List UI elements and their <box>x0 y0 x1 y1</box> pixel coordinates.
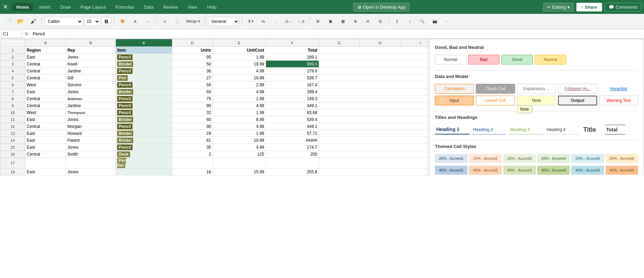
style-hyperlink[interactable]: Hyperlink <box>599 84 638 94</box>
accent6-20[interactable]: 20% - Accent6 <box>606 154 638 163</box>
comma-btn[interactable]: , <box>270 18 281 25</box>
style-calculation[interactable]: Calculation <box>435 84 474 94</box>
col-D[interactable]: D <box>172 39 213 47</box>
cell-D-header[interactable]: Units <box>172 47 213 54</box>
font-select[interactable]: Calibri <box>45 17 83 26</box>
style-input[interactable]: Input <box>435 96 474 105</box>
style-heading4[interactable]: Heading 4 <box>545 125 580 134</box>
autosum-btn[interactable]: Σ <box>392 18 403 25</box>
align-btn[interactable]: ≡ <box>159 18 170 25</box>
review-tab[interactable]: Review <box>160 3 182 11</box>
more-btn[interactable]: ··· <box>142 18 153 25</box>
note-tooltip: Note <box>517 105 532 113</box>
style-warning-text[interactable]: Warning Text <box>599 96 638 105</box>
style-checkcell[interactable]: Check Cell <box>476 84 515 94</box>
accent1-20[interactable]: 20% - Accent1 <box>435 154 467 163</box>
cell-styles-btn[interactable]: ▦ <box>337 18 349 25</box>
note-wrapper: Note Note <box>517 96 556 105</box>
format-painter-btn[interactable]: 🖌 <box>28 18 39 25</box>
accent6-40[interactable]: 40% - Accent6 <box>606 166 638 175</box>
view-tab[interactable]: View <box>184 3 201 11</box>
accent3-40[interactable]: 40% - Accent3 <box>503 166 536 175</box>
th-styles: Heading 1 Heading 2 Heading 3 Heading 4 … <box>435 125 638 134</box>
title-bar-left: ✕ Home Insert Draw Page Layout Formulas … <box>3 3 220 11</box>
cell-reference[interactable] <box>1 30 22 38</box>
desktop-icon: 🖥 <box>357 5 362 10</box>
accent5-20[interactable]: 20% - Accent5 <box>571 154 604 163</box>
style-output[interactable]: Output <box>558 96 597 105</box>
col-B[interactable]: B <box>66 39 116 47</box>
col-F[interactable]: F <box>266 39 319 47</box>
wrap-btn[interactable]: ⬚ <box>172 18 183 25</box>
style-explanatory[interactable]: Explanatory ... <box>517 84 556 94</box>
find-btn[interactable]: 🔍 <box>417 18 428 25</box>
style-note[interactable]: Note <box>517 96 556 105</box>
col-A[interactable]: A <box>25 39 66 47</box>
style-bad[interactable]: Bad <box>468 55 499 64</box>
title-bar-center: 🖥 Open in Desktop App <box>353 3 410 11</box>
editing-btn[interactable]: ✏ Editing ▾ <box>543 3 574 11</box>
style-total[interactable]: Total <box>605 125 626 134</box>
comments-button[interactable]: 💬 Comments <box>605 3 641 11</box>
number-format-select[interactable]: General <box>208 17 239 26</box>
currency-btn[interactable]: $ ▾ <box>245 18 256 25</box>
home-tab[interactable]: Home <box>12 3 33 11</box>
sort-filter-btn[interactable]: ↕ <box>404 18 415 25</box>
decrease-decimal-btn[interactable]: ←.0 <box>295 18 306 25</box>
align-icon: ≡ <box>164 19 166 24</box>
style-heading2[interactable]: Heading 2 <box>472 125 506 134</box>
style-good[interactable]: Good <box>501 55 533 64</box>
cell-A-header[interactable]: Region <box>25 47 66 54</box>
style-followed-hyperlink[interactable]: Followed Hy... <box>558 84 597 94</box>
delete-cells-btn[interactable]: ⊖ <box>362 18 373 25</box>
increase-decimal-btn[interactable]: .0→ <box>283 18 294 25</box>
cell-B-header[interactable]: Rep <box>66 47 116 54</box>
font-size-select[interactable]: 15 <box>84 17 100 26</box>
accent2-40[interactable]: 40% - Accent2 <box>469 166 501 175</box>
more-options-btn[interactable]: ··· <box>442 18 453 25</box>
style-title[interactable]: Title <box>582 125 603 134</box>
style-heading3[interactable]: Heading 3 <box>508 125 543 134</box>
style-linked-cell[interactable]: Linked Cell <box>476 96 515 105</box>
data-tab[interactable]: Data <box>140 3 157 11</box>
accent5-40[interactable]: 40% - Accent5 <box>571 166 604 175</box>
accent4-20[interactable]: 20% - Accent4 <box>537 154 570 163</box>
insert-tab[interactable]: Insert <box>36 3 54 11</box>
col-E[interactable]: E <box>213 39 266 47</box>
help-tab[interactable]: Help <box>204 3 220 11</box>
cell-E-header[interactable]: UnitCost <box>213 47 266 54</box>
fill-color-btn[interactable]: 🎨 <box>117 18 128 25</box>
col-H[interactable]: H <box>360 39 400 47</box>
col-C[interactable]: C <box>116 39 172 47</box>
open-icon: 📂 <box>17 19 24 24</box>
sep4 <box>205 16 205 27</box>
accent3-20[interactable]: 20% - Accent3 <box>503 154 536 163</box>
style-neutral[interactable]: Neutral <box>535 55 566 64</box>
percent-btn[interactable]: % <box>258 18 269 25</box>
cell-F-header[interactable]: Total <box>266 47 319 54</box>
font-color-btn[interactable]: A <box>130 18 141 25</box>
pagelayout-tab[interactable]: Page Layout <box>77 3 109 11</box>
format-btn[interactable]: ⊟ <box>375 18 386 25</box>
accent4-40[interactable]: 40% - Accent4 <box>537 166 570 175</box>
merge-btn[interactable]: Merge ▾ <box>184 18 202 25</box>
new-btn[interactable]: 📄 <box>3 18 14 25</box>
draw-tab[interactable]: Draw <box>57 3 74 11</box>
style-heading1[interactable]: Heading 1 <box>435 125 470 134</box>
insert-cells-btn[interactable]: ⊕ <box>350 18 361 25</box>
camera-btn[interactable]: 📷 <box>429 18 440 25</box>
style-normal[interactable]: Normal <box>435 55 466 64</box>
title-bar-right: ✏ Editing ▾ ↑ Share 💬 Comments <box>543 3 641 11</box>
borders-btn[interactable]: ⊞ <box>312 18 324 25</box>
bold-button[interactable]: B <box>102 17 111 26</box>
cell-C-header[interactable]: Item <box>116 47 172 54</box>
open-desktop-btn[interactable]: 🖥 Open in Desktop App <box>353 3 410 11</box>
open-btn[interactable]: 📂 <box>15 18 26 25</box>
accent2-20[interactable]: 20% - Accent2 <box>469 154 501 163</box>
shading-btn[interactable]: ▣ <box>325 18 336 25</box>
share-button[interactable]: ↑ Share <box>576 3 602 11</box>
col-G[interactable]: G <box>319 39 359 47</box>
accent1-40[interactable]: 40% - Accent1 <box>435 166 467 175</box>
formula-input[interactable] <box>31 31 643 37</box>
formulas-tab[interactable]: Formulas <box>112 3 138 11</box>
